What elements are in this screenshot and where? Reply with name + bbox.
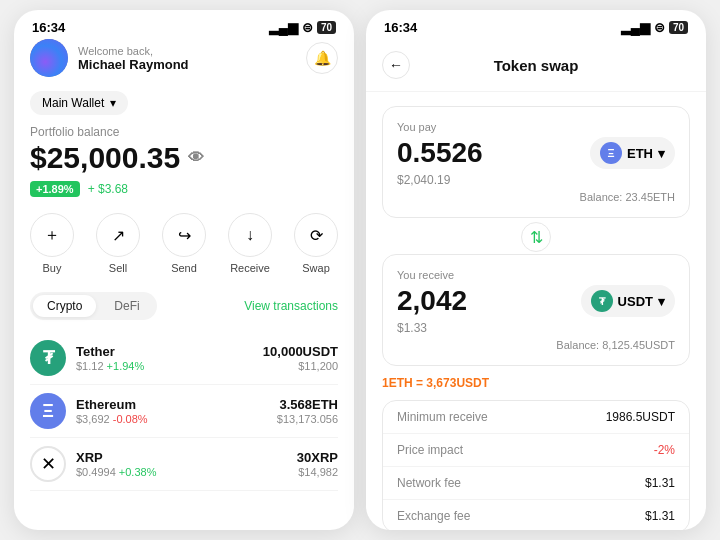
portfolio-balance: $25,000.35 👁 [30,141,338,175]
network-fee-row: Network fee $1.31 [383,467,689,500]
change-row: +1.89% + $3.68 [30,181,338,197]
status-bar-right: 16:34 ▂▄▆ ⊜ 70 [366,10,706,39]
wallet-panel: 16:34 ▂▄▆ ⊜ 70 Welcome back, Michael Ray… [14,10,354,530]
eth-amount: 3.568ETH [277,397,338,412]
receive-token-selector[interactable]: ₮ USDT ▾ [581,285,675,317]
view-transactions-link[interactable]: View transactions [244,299,338,313]
crypto-left-eth: Ξ Ethereum $3,692 -0.08% [30,393,148,429]
send-label: Send [171,262,197,274]
eye-icon[interactable]: 👁 [188,149,204,167]
crypto-item-tether[interactable]: ₮ Tether $1.12 +1.94% 10,000USDT $11,200 [30,332,338,385]
swap-content: You pay 0.5526 Ξ ETH ▾ $2,040.19 Balance… [366,92,706,530]
receive-token-label: USDT [618,294,653,309]
sell-button[interactable]: ↗ Sell [96,213,140,274]
battery-left: 70 [317,21,336,34]
swap-middle: ⇅ [382,222,690,252]
receive-button[interactable]: ↓ Receive [228,213,272,274]
swap-panel: 16:34 ▂▄▆ ⊜ 70 ← Token swap You pay 0.55… [366,10,706,530]
wallet-selector[interactable]: Main Wallet ▾ [30,91,128,115]
welcome-text: Welcome back, [78,45,189,57]
action-row: ＋ Buy ↗ Sell ↪ Send ↓ Receive ⟳ Swap [30,213,338,274]
user-info: Welcome back, Michael Raymond [30,39,189,77]
wifi-icon-right: ⊜ [654,20,665,35]
sell-icon: ↗ [96,213,140,257]
swap-arrows-button[interactable]: ⇅ [521,222,551,252]
signal-icon-right: ▂▄▆ [621,20,650,35]
you-pay-label: You pay [397,121,675,133]
status-bar-left: 16:34 ▂▄▆ ⊜ 70 [14,10,354,39]
wifi-icon: ⊜ [302,20,313,35]
pay-token-label: ETH [627,146,653,161]
pay-token-chevron: ▾ [658,146,665,161]
time-right: 16:34 [384,20,417,35]
xrp-price: $0.4994 +0.38% [76,466,156,478]
eth-price: $3,692 -0.08% [76,413,148,425]
crypto-left-xrp: ✕ XRP $0.4994 +0.38% [30,446,156,482]
eth-token-icon: Ξ [600,142,622,164]
you-pay-box: You pay 0.5526 Ξ ETH ▾ $2,040.19 Balance… [382,106,690,218]
eth-icon: Ξ [30,393,66,429]
buy-button[interactable]: ＋ Buy [30,213,74,274]
back-button[interactable]: ← [382,51,410,79]
price-impact-val: -2% [654,443,675,457]
eth-value: $13,173.056 [277,413,338,425]
min-receive-val: 1986.5USDT [606,410,675,424]
price-impact-row: Price impact -2% [383,434,689,467]
you-receive-amount: 2,042 [397,285,467,317]
usdt-token-icon: ₮ [591,290,613,312]
time-left: 16:34 [32,20,65,35]
user-text: Welcome back, Michael Raymond [78,45,189,72]
exchange-fee-row: Exchange fee $1.31 [383,500,689,530]
tether-price: $1.12 +1.94% [76,360,144,372]
you-pay-amount-row: 0.5526 Ξ ETH ▾ [397,137,675,169]
swap-header: ← Token swap [366,39,706,92]
wallet-label: Main Wallet [42,96,104,110]
tether-amount: 10,000USDT [263,344,338,359]
exchange-fee-key: Exchange fee [397,509,470,523]
min-receive-row: Minimum receive 1986.5USDT [383,401,689,434]
xrp-amount: 30XRP [297,450,338,465]
tab-group: Crypto DeFi [30,292,157,320]
crypto-list: ₮ Tether $1.12 +1.94% 10,000USDT $11,200 [30,332,338,491]
eth-name: Ethereum [76,397,148,412]
pay-balance: Balance: 23.45ETH [397,191,675,203]
receive-balance: Balance: 8,125.45USDT [397,339,675,351]
xrp-value: $14,982 [297,466,338,478]
tab-defi[interactable]: DeFi [100,295,153,317]
you-receive-usd: $1.33 [397,321,675,335]
xrp-icon: ✕ [30,446,66,482]
tether-right: 10,000USDT $11,200 [263,344,338,372]
swap-detail-table: Minimum receive 1986.5USDT Price impact … [382,400,690,530]
buy-icon: ＋ [30,213,74,257]
receive-label: Receive [230,262,270,274]
send-icon: ↪ [162,213,206,257]
crypto-item-xrp[interactable]: ✕ XRP $0.4994 +0.38% 30XRP $14,982 [30,438,338,491]
xrp-right: 30XRP $14,982 [297,450,338,478]
user-row: Welcome back, Michael Raymond 🔔 [30,39,338,77]
notification-button[interactable]: 🔔 [306,42,338,74]
swap-title: Token swap [420,57,690,74]
pay-token-selector[interactable]: Ξ ETH ▾ [590,137,675,169]
signal-icon: ▂▄▆ [269,20,298,35]
network-fee-val: $1.31 [645,476,675,490]
send-button[interactable]: ↪ Send [162,213,206,274]
sell-label: Sell [109,262,127,274]
receive-token-chevron: ▾ [658,294,665,309]
tether-name: Tether [76,344,144,359]
exchange-fee-val: $1.31 [645,509,675,523]
change-amount: + $3.68 [88,182,128,196]
you-pay-usd: $2,040.19 [397,173,675,187]
tether-value: $11,200 [263,360,338,372]
tab-crypto[interactable]: Crypto [33,295,96,317]
swap-label: Swap [302,262,330,274]
balance-value: $25,000.35 [30,141,180,175]
tether-icon: ₮ [30,340,66,376]
receive-icon: ↓ [228,213,272,257]
swap-button[interactable]: ⟳ Swap [294,213,338,274]
crypto-item-ethereum[interactable]: Ξ Ethereum $3,692 -0.08% 3.568ETH $13,17… [30,385,338,438]
price-impact-key: Price impact [397,443,463,457]
you-receive-amount-row: 2,042 ₮ USDT ▾ [397,285,675,317]
xrp-name: XRP [76,450,156,465]
network-fee-key: Network fee [397,476,461,490]
portfolio-label: Portfolio balance [30,125,338,139]
